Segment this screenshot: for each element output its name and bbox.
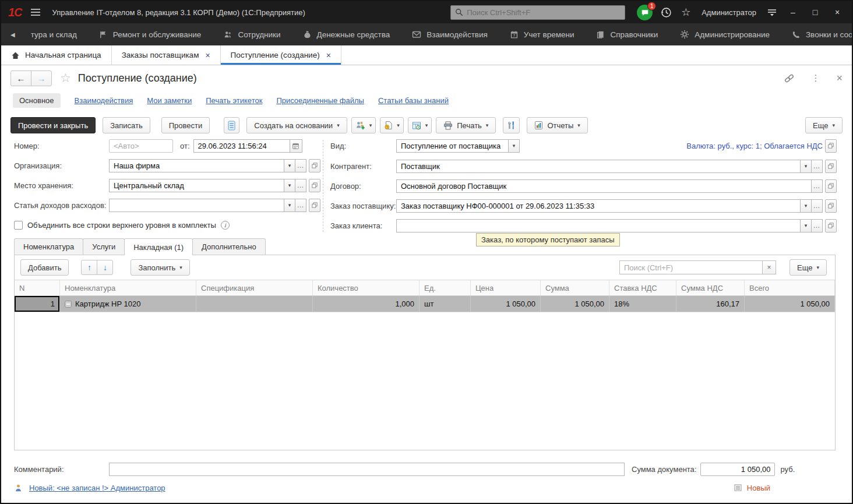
calendar-picker-button[interactable]	[290, 139, 302, 153]
column-header[interactable]: Количество	[313, 280, 420, 295]
dropdown-button[interactable]: ▾	[800, 199, 812, 213]
post-button[interactable]: Провести	[161, 117, 210, 133]
column-header[interactable]: Номенклатура	[60, 280, 196, 295]
number-input[interactable]	[109, 139, 173, 153]
open-button[interactable]	[309, 159, 320, 172]
history-icon[interactable]	[660, 6, 672, 19]
tab-home[interactable]: Начальная страница	[1, 45, 112, 65]
tab-close-icon[interactable]: ×	[326, 51, 331, 60]
cell-nomenclature[interactable]: Картридж HP 1020	[60, 296, 196, 312]
more-actions-icon[interactable]: ⋮	[811, 73, 820, 83]
minimize-button[interactable]: –	[785, 8, 801, 17]
maximize-button[interactable]: □	[808, 8, 823, 17]
nav-link-kb-articles[interactable]: Статьи базы знаний	[378, 96, 449, 105]
open-button[interactable]	[825, 179, 837, 193]
cell-vat-rate[interactable]: 18%	[609, 296, 676, 312]
cell-vat-sum[interactable]: 160,17	[676, 296, 745, 312]
combine-rows-checkbox[interactable]	[14, 221, 23, 230]
fill-button[interactable]: Заполнить ▾	[131, 259, 189, 276]
cell-total[interactable]: 1 050,00	[745, 296, 835, 312]
connection-speed-icon[interactable]	[766, 6, 778, 19]
section-administration[interactable]: Администрирование	[669, 23, 781, 45]
currency-info-link[interactable]: Валюта: руб., курс: 1; Облагается НДС	[686, 142, 823, 150]
column-header[interactable]: N	[15, 280, 60, 295]
section-employees[interactable]: Сотрудники	[212, 23, 291, 45]
global-search[interactable]	[450, 5, 625, 20]
current-user[interactable]: Администратор	[702, 8, 756, 17]
contract-field[interactable]: Основной договор Поставщик	[396, 179, 812, 193]
posting-results-button[interactable]	[224, 117, 239, 133]
cell-sum[interactable]: 1 050,00	[541, 296, 609, 312]
global-search-input[interactable]	[467, 8, 621, 17]
grid-search-input[interactable]	[619, 260, 763, 274]
document-status-link[interactable]: Новый: <не записан !> Администратор	[29, 484, 165, 492]
expense-item-field[interactable]	[109, 199, 284, 212]
column-splitter[interactable]	[323, 140, 323, 232]
forward-button[interactable]: →	[31, 71, 52, 86]
tab-invoice[interactable]: Накладная (1)	[124, 238, 193, 255]
column-header[interactable]: Сумма НДС	[676, 280, 745, 295]
choose-button[interactable]: …	[811, 179, 823, 193]
choose-button[interactable]: …	[811, 199, 823, 213]
planner-button[interactable]: ▾	[408, 117, 432, 133]
comment-input[interactable]	[109, 463, 625, 476]
nav-link-main[interactable]: Основное	[13, 93, 61, 108]
client-order-field[interactable]	[396, 219, 801, 232]
open-button[interactable]	[825, 199, 837, 213]
dropdown-button[interactable]: ▾	[284, 179, 295, 192]
more-button[interactable]: Еще ▾	[805, 117, 843, 133]
tab-close-icon[interactable]: ×	[205, 51, 210, 60]
save-button[interactable]: Записать	[103, 117, 150, 133]
section-nomenclature-warehouse[interactable]: тура и склад	[20, 23, 88, 45]
nav-link-my-notes[interactable]: Мои заметки	[147, 96, 192, 105]
section-money[interactable]: Денежные средства	[292, 23, 401, 45]
post-and-close-button[interactable]: Провести и закрыть	[10, 117, 96, 133]
column-header[interactable]: Ставка НДС	[609, 280, 676, 295]
column-header[interactable]: Сумма	[541, 280, 609, 295]
open-button[interactable]	[309, 199, 320, 212]
dropdown-button[interactable]: ▾	[800, 219, 812, 232]
create-interaction-button[interactable]: ▾	[351, 117, 376, 133]
cell-unit[interactable]: шт	[420, 296, 471, 312]
table-row[interactable]: 1 Картридж HP 1020 1,000 шт 1 050,00 1 0…	[15, 296, 835, 312]
section-calls-messages[interactable]: Звонки и сообщения	[781, 23, 853, 45]
open-button[interactable]	[825, 139, 837, 153]
print-button[interactable]: Печать ▾	[436, 117, 496, 133]
tab-additional[interactable]: Дополнительно	[192, 238, 266, 255]
supplier-order-field[interactable]: Заказ поставщику НФ00-000001 от 29.06.20…	[396, 199, 801, 213]
choose-button[interactable]: …	[811, 219, 823, 232]
section-references[interactable]: Справочники	[585, 23, 669, 45]
choose-button[interactable]: …	[295, 159, 306, 172]
column-header[interactable]: Спецификация	[196, 280, 313, 295]
cell-n[interactable]: 1	[15, 296, 60, 312]
favorites-star-icon[interactable]: ☆	[679, 6, 692, 19]
dropdown-button[interactable]: ▾	[284, 159, 295, 172]
scroll-sections-left-icon[interactable]: ◀	[6, 31, 20, 38]
move-row-up-button[interactable]: ↑	[81, 260, 97, 275]
section-time-tracking[interactable]: 7 Учет времени	[499, 23, 586, 45]
close-document-icon[interactable]: ×	[836, 72, 843, 84]
cell-specification[interactable]	[196, 296, 313, 312]
hamburger-menu-icon[interactable]	[29, 6, 42, 19]
dropdown-button[interactable]: ▾	[284, 199, 295, 212]
open-button[interactable]	[309, 179, 320, 192]
collapse-minus-icon[interactable]	[65, 301, 72, 308]
dropdown-button[interactable]: ▾	[508, 139, 520, 153]
reports-button[interactable]: Отчеты ▾	[527, 117, 587, 133]
column-header[interactable]: Ед.	[420, 280, 471, 295]
create-based-on-button[interactable]: Создать на основании ▾	[246, 117, 347, 133]
open-button[interactable]	[825, 219, 837, 232]
cell-price[interactable]: 1 050,00	[471, 296, 541, 312]
storage-field[interactable]: Центральный склад	[109, 179, 284, 192]
open-button[interactable]	[825, 160, 837, 173]
section-repair-service[interactable]: Ремонт и обслуживание	[88, 23, 213, 45]
tab-receipt-new[interactable]: Поступление (создание) ×	[221, 45, 341, 65]
tab-supplier-orders[interactable]: Заказы поставщикам ×	[112, 45, 221, 65]
nav-link-interactions[interactable]: Взаимодействия	[75, 96, 133, 105]
organization-field[interactable]: Наша фирма	[109, 159, 284, 172]
info-icon[interactable]: i	[221, 221, 230, 230]
clear-search-icon[interactable]: ×	[762, 260, 776, 274]
nav-link-print-labels[interactable]: Печать этикеток	[206, 96, 262, 105]
grid-more-button[interactable]: Еще ▾	[789, 259, 827, 276]
favorite-star-icon[interactable]: ☆	[60, 71, 71, 85]
